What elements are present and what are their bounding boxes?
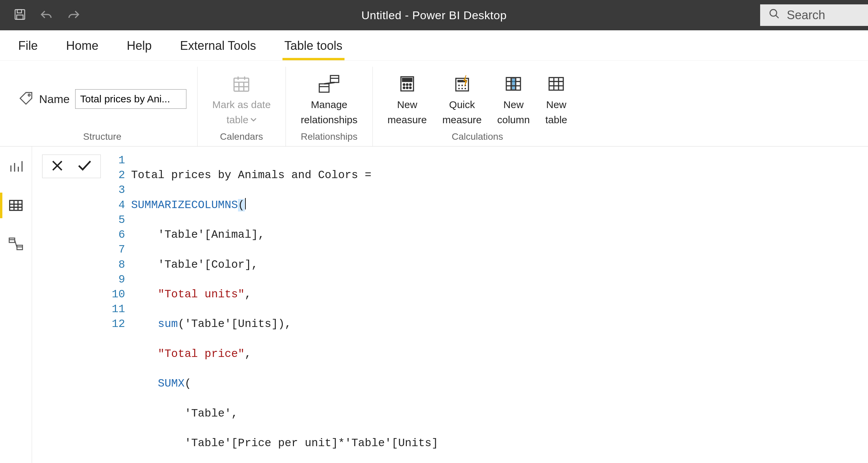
table-name-control: Name — [18, 89, 186, 109]
svg-rect-1 — [17, 10, 22, 13]
svg-point-23 — [403, 87, 405, 89]
svg-rect-15 — [330, 75, 339, 82]
formula-editor[interactable]: 1 2 3 4 5 6 7 8 9 10 11 12 Total prices … — [111, 153, 438, 463]
svg-point-21 — [407, 84, 408, 86]
group-label-relationships: Relationships — [301, 131, 357, 146]
ribbon: Name Structure Mark as date table Calend… — [0, 61, 868, 146]
svg-line-4 — [776, 15, 779, 18]
new-measure-button[interactable]: New measure — [384, 70, 431, 128]
search-placeholder: Search — [787, 8, 825, 22]
cancel-formula-button[interactable] — [51, 159, 64, 174]
svg-rect-40 — [549, 77, 563, 90]
data-view-button[interactable] — [0, 195, 32, 216]
new-table-button[interactable]: New table — [541, 70, 571, 128]
svg-line-58 — [15, 240, 17, 247]
ribbon-tabs: File Home Help External Tools Table tool… — [0, 30, 868, 61]
search-box[interactable]: Search — [760, 4, 868, 26]
title-bar: Untitled - Power BI Desktop Search — [0, 0, 868, 30]
new-column-icon — [504, 74, 523, 93]
view-switcher — [0, 146, 32, 463]
svg-point-20 — [403, 84, 405, 86]
svg-rect-56 — [17, 245, 22, 250]
svg-rect-49 — [10, 200, 22, 210]
tab-file[interactable]: File — [13, 35, 42, 60]
svg-point-31 — [458, 88, 460, 89]
save-icon[interactable] — [13, 8, 26, 22]
svg-rect-37 — [512, 78, 516, 90]
svg-point-32 — [461, 88, 463, 89]
group-label-calendars: Calendars — [220, 131, 263, 146]
calendar-icon — [231, 74, 251, 94]
new-column-button[interactable]: New column — [493, 70, 534, 128]
formula-controls — [42, 155, 101, 178]
svg-point-29 — [461, 85, 463, 86]
redo-icon[interactable] — [67, 9, 80, 22]
manage-relationships-button[interactable]: Manage relationships — [297, 70, 361, 128]
new-table-icon — [547, 74, 566, 93]
tab-home[interactable]: Home — [61, 35, 103, 60]
text-cursor — [245, 198, 246, 209]
svg-point-22 — [410, 84, 411, 86]
svg-line-17 — [324, 82, 335, 84]
tab-table-tools[interactable]: Table tools — [280, 35, 347, 60]
model-view-button[interactable] — [0, 234, 32, 254]
table-name-input[interactable] — [75, 89, 186, 109]
svg-point-33 — [465, 88, 466, 89]
svg-rect-6 — [234, 78, 249, 91]
svg-rect-13 — [319, 84, 329, 92]
tab-help[interactable]: Help — [122, 35, 156, 60]
ribbon-group-calendars: Mark as date table Calendars — [197, 67, 286, 146]
group-label-calculations: Calculations — [452, 131, 503, 146]
svg-rect-19 — [402, 78, 412, 81]
ribbon-group-structure: Name Structure — [7, 67, 197, 146]
name-label: Name — [39, 93, 70, 106]
svg-rect-54 — [9, 238, 14, 242]
line-number-gutter: 1 2 3 4 5 6 7 8 9 10 11 12 — [111, 153, 131, 463]
measure-icon — [398, 74, 417, 93]
tab-external-tools[interactable]: External Tools — [175, 35, 261, 60]
tag-icon — [18, 91, 34, 107]
quick-measure-button[interactable]: Quick measure — [438, 70, 486, 128]
chevron-down-icon — [250, 118, 257, 122]
ribbon-group-relationships: Manage relationships Relationships — [286, 67, 372, 146]
formula-bar: 1 2 3 4 5 6 7 8 9 10 11 12 Total prices … — [32, 146, 868, 463]
ribbon-group-calculations: New measure Quick measure New column — [372, 67, 582, 146]
mark-as-date-table-button[interactable]: Mark as date table — [208, 70, 275, 128]
quick-access-toolbar — [0, 8, 80, 22]
window-title: Untitled - Power BI Desktop — [0, 9, 868, 22]
svg-point-25 — [410, 87, 411, 89]
report-view-button[interactable] — [0, 157, 32, 177]
svg-rect-2 — [17, 15, 23, 20]
svg-point-5 — [28, 94, 30, 96]
svg-point-3 — [770, 9, 777, 16]
search-icon — [769, 8, 780, 23]
formula-code[interactable]: Total prices by Animals and Colors = SUM… — [131, 153, 438, 463]
svg-point-24 — [407, 87, 408, 89]
svg-point-28 — [458, 85, 460, 86]
commit-formula-button[interactable] — [77, 159, 92, 174]
relationships-icon — [318, 74, 340, 94]
group-label-structure: Structure — [83, 131, 122, 146]
quick-measure-icon — [453, 74, 472, 93]
undo-icon[interactable] — [40, 9, 53, 22]
